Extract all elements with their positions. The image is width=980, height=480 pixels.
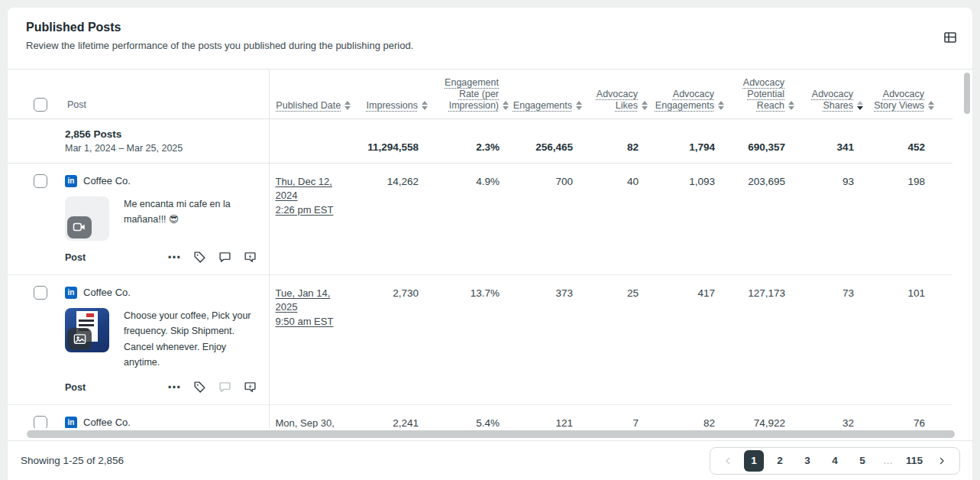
- pagination-page-5[interactable]: 5: [851, 450, 874, 472]
- tag-icon[interactable]: [193, 251, 207, 264]
- post-column-label: Post: [67, 99, 86, 110]
- advocacy-shares-value: 32: [797, 404, 866, 428]
- sort-icon: [718, 101, 724, 110]
- table-footer: Showing 1-25 of 2,856 1 2 3 4 5 … 115: [8, 440, 972, 480]
- advocacy-potential-reach-value: 203,695: [727, 163, 797, 274]
- summary-engagements: 256,465: [512, 118, 585, 163]
- row-checkbox[interactable]: [34, 416, 47, 429]
- column-header-published-date[interactable]: Published Date: [269, 70, 354, 118]
- boosted-post-icon[interactable]: [244, 251, 257, 264]
- sort-icon: [642, 101, 648, 110]
- summary-date-range: Mar 1, 2024 – Mar 25, 2025: [65, 143, 269, 154]
- column-header-impressions[interactable]: Impressions: [354, 70, 431, 118]
- pagination-page-4[interactable]: 4: [823, 450, 846, 472]
- showing-count: Showing 1-25 of 2,856: [21, 455, 124, 466]
- card-header: Published Posts Review the lifetime perf…: [8, 8, 972, 69]
- summary-advocacy-shares: 341: [797, 118, 866, 163]
- summary-advocacy-likes: 82: [585, 118, 651, 163]
- advocacy-engagements-value: 1,093: [651, 163, 727, 274]
- summary-advocacy-story-views: 452: [866, 118, 953, 163]
- row-checkbox[interactable]: [34, 174, 47, 188]
- post-type-label: Post: [65, 382, 86, 393]
- column-header-advocacy-story-views[interactable]: Advocacy Story Views: [866, 70, 953, 118]
- summary-posts-count: 2,856 Posts: [65, 128, 269, 140]
- summary-advocacy-engagements: 1,794: [651, 118, 727, 163]
- advocacy-story-views-value: 198: [866, 163, 953, 274]
- post-text: Choose your coffee, Pick your frequency.…: [124, 308, 257, 371]
- sort-icon: [422, 101, 428, 110]
- engagement-rate-value: 4.9%: [431, 163, 512, 274]
- engagement-rate-value: 5.4%: [431, 404, 512, 428]
- tag-icon[interactable]: [193, 381, 207, 394]
- pagination-next-icon[interactable]: [930, 450, 953, 472]
- column-header-advocacy-likes[interactable]: Advocacy Likes: [585, 70, 651, 118]
- summary-advocacy-potential-reach: 690,357: [727, 118, 797, 163]
- engagements-value: 373: [512, 274, 585, 404]
- column-header-post: Post: [8, 70, 269, 118]
- vertical-scrollbar[interactable]: [964, 73, 970, 114]
- pagination-page-1[interactable]: 1: [744, 450, 764, 472]
- horizontal-scrollbar[interactable]: [27, 430, 955, 438]
- video-icon: [67, 216, 92, 238]
- column-header-engagement-rate[interactable]: Engagement Rate (per Impression): [431, 70, 512, 118]
- linkedin-icon: in: [65, 175, 77, 187]
- row-checkbox[interactable]: [34, 286, 47, 300]
- table-row: in Coffee Co. Tell us the store you visi…: [8, 404, 953, 428]
- column-header-advocacy-engagements[interactable]: Advocacy Engagements: [651, 70, 727, 118]
- comment-icon[interactable]: [218, 381, 232, 394]
- sort-icon: [576, 101, 582, 110]
- sort-icon: [788, 101, 794, 110]
- pagination-prev-icon[interactable]: [716, 450, 739, 472]
- engagement-rate-value: 13.7%: [431, 274, 512, 404]
- more-options-icon[interactable]: ⋯: [168, 251, 182, 264]
- post-thumbnail[interactable]: [65, 196, 109, 241]
- pagination-ellipsis: …: [878, 455, 898, 466]
- advocacy-potential-reach-value: 127,173: [727, 274, 797, 404]
- pagination-page-115[interactable]: 115: [903, 450, 926, 472]
- sort-icon: [344, 101, 351, 110]
- published-date-link[interactable]: Mon, Sep 30, 20242:25 pm EDT: [276, 417, 352, 429]
- more-options-icon[interactable]: ⋯: [168, 381, 182, 394]
- account-name: Coffee Co.: [83, 417, 131, 428]
- table-columns-icon[interactable]: [942, 29, 959, 46]
- published-date-link[interactable]: Tue, Jan 14, 20259:50 am EST: [276, 287, 352, 329]
- column-header-engagements[interactable]: Engagements: [512, 70, 585, 118]
- advocacy-potential-reach-value: 74,922: [727, 404, 797, 428]
- linkedin-icon: in: [65, 287, 77, 299]
- post-thumbnail[interactable]: [65, 308, 109, 352]
- published-posts-card: Published Posts Review the lifetime perf…: [8, 8, 972, 480]
- advocacy-engagements-value: 417: [651, 274, 727, 404]
- table-header-row: Post Published Date Impressions Engageme…: [8, 70, 953, 118]
- page-subtitle: Review the lifetime performance of the p…: [26, 40, 954, 51]
- column-header-advocacy-shares[interactable]: Advocacy Shares: [797, 70, 866, 118]
- sort-icon: [857, 101, 863, 110]
- post-text: Me encanta mi cafe en la mañana!!! 😎: [124, 196, 257, 241]
- published-date-link[interactable]: Thu, Dec 12, 20242:26 pm EST: [276, 175, 352, 218]
- comment-icon[interactable]: [218, 251, 232, 264]
- impressions-value: 2,241: [354, 404, 431, 428]
- pagination-page-2[interactable]: 2: [768, 450, 791, 472]
- published-posts-table: Post Published Date Impressions Engageme…: [8, 70, 953, 428]
- summary-row: 2,856 Posts Mar 1, 2024 – Mar 25, 2025 1…: [8, 118, 953, 163]
- summary-impressions: 11,294,558: [354, 118, 431, 163]
- engagements-value: 121: [512, 404, 585, 428]
- sort-icon: [928, 101, 934, 110]
- engagements-value: 700: [512, 163, 585, 274]
- advocacy-story-views-value: 76: [866, 404, 953, 428]
- pagination-page-3[interactable]: 3: [796, 450, 819, 472]
- table-row: in Coffee Co. Choose your: [8, 274, 953, 404]
- post-type-label: Post: [65, 252, 86, 263]
- pagination: 1 2 3 4 5 … 115: [710, 447, 960, 475]
- sort-icon: [503, 101, 509, 110]
- column-header-advocacy-potential-reach[interactable]: Advocacy Potential Reach: [727, 70, 797, 118]
- advocacy-shares-value: 73: [797, 274, 866, 404]
- advocacy-shares-value: 93: [797, 163, 866, 274]
- advocacy-likes-value: 40: [585, 163, 651, 274]
- select-all-checkbox[interactable]: [34, 98, 47, 112]
- advocacy-story-views-value: 101: [866, 274, 953, 404]
- posts-table-region: Post Published Date Impressions Engageme…: [8, 69, 972, 428]
- impressions-value: 2,730: [354, 274, 431, 404]
- advocacy-likes-value: 7: [585, 404, 651, 428]
- boosted-post-icon[interactable]: [244, 381, 257, 394]
- account-name: Coffee Co.: [83, 175, 131, 186]
